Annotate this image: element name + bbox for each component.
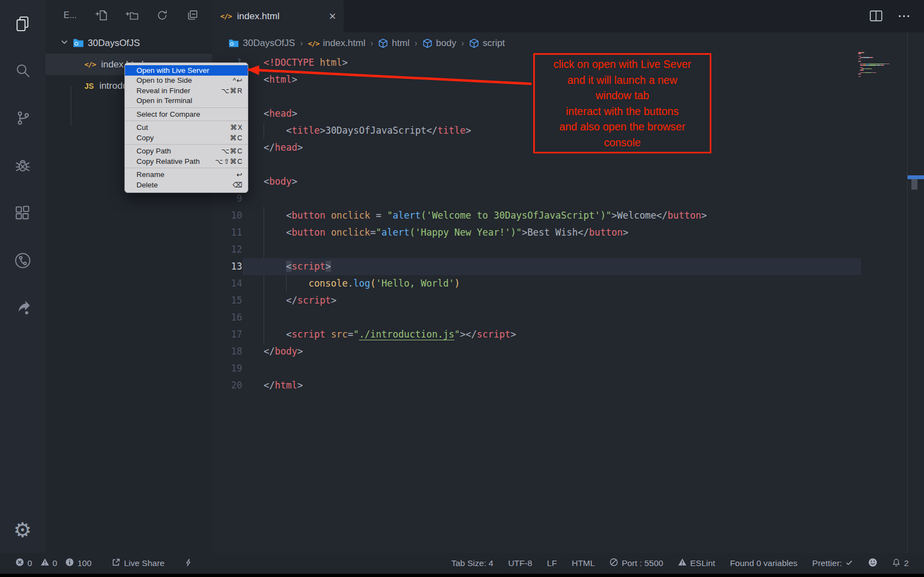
menu-item-label: Reveal in Finder <box>136 87 190 95</box>
breadcrumb-item-html[interactable]: html <box>378 38 409 49</box>
tab-index-html[interactable]: </> index.html × <box>212 0 344 32</box>
annotation-line: click on open with Live Sever <box>537 56 708 72</box>
run-debug-icon[interactable] <box>9 152 36 179</box>
status-item-0[interactable]: 0 <box>41 558 58 569</box>
code-line-19[interactable]: 19 <box>212 360 924 377</box>
status-item-port-5500[interactable]: Port : 5500 <box>609 558 663 569</box>
line-text: <button onclick="alert('Happy New Year!'… <box>264 224 628 241</box>
menu-separator <box>125 144 248 145</box>
code-line-14[interactable]: 14 console.log('Hello, World') <box>212 275 924 292</box>
breadcrumb-item-30daysofjs[interactable]: 30DaysOfJS <box>229 38 295 49</box>
code-line-15[interactable]: 15 </script> <box>212 292 924 309</box>
status-item-tab-size-4[interactable]: Tab Size: 4 <box>451 558 493 568</box>
status-item-label: Prettier: <box>812 558 842 568</box>
menu-item-copy-relative-path[interactable]: Copy Relative Path⌥⇧⌘C <box>125 156 248 167</box>
code-line-12[interactable]: 12 <box>212 241 924 258</box>
status-item-found-0-variables[interactable]: Found 0 variables <box>730 558 797 568</box>
breadcrumb-item-body[interactable]: body <box>423 38 457 49</box>
menu-item-shortcut: ⌘X <box>230 123 243 132</box>
menu-item-delete[interactable]: Delete⌫ <box>125 180 248 190</box>
code-line-18[interactable]: 18</body> <box>212 343 924 360</box>
source-control-icon[interactable] <box>9 105 36 131</box>
code-line-8[interactable]: 8<body> <box>212 173 924 190</box>
editor-actions <box>869 0 911 32</box>
scrollbar-thumb[interactable] <box>911 179 917 190</box>
menu-item-rename[interactable]: Rename↩ <box>125 170 248 180</box>
status-item-utf-8[interactable]: UTF-8 <box>508 558 532 568</box>
code-line-17[interactable]: 17 <script src="./introduction.js"></scr… <box>212 326 924 343</box>
folder-icon <box>73 38 84 48</box>
explorer-actions <box>95 9 199 22</box>
line-number: 14 <box>212 275 242 292</box>
menu-item-cut[interactable]: Cut⌘X <box>125 123 248 133</box>
line-text: <script src="./introduction.js"></script… <box>264 326 516 343</box>
menu-item-label: Copy Path <box>136 147 171 155</box>
status-item-label: UTF-8 <box>508 558 532 568</box>
minimap[interactable] <box>858 52 906 82</box>
menu-item-copy[interactable]: Copy⌘C <box>125 133 248 143</box>
menu-item-open-to-the-side[interactable]: Open to the Side^↩ <box>125 76 248 86</box>
status-item-label: 100 <box>77 558 92 568</box>
code-line-7[interactable]: 7 <box>212 156 924 173</box>
status-item-label: Found 0 variables <box>730 558 797 568</box>
line-text: console.log('Hello, World') <box>264 275 460 292</box>
explorer-title: E... <box>64 10 77 20</box>
tree-indent-guide <box>71 86 71 125</box>
split-editor-icon[interactable] <box>869 9 883 23</box>
code-line-10[interactable]: 10 <button onclick = "alert('Welcome to … <box>212 207 924 224</box>
status-item-0[interactable]: 0 <box>15 558 32 569</box>
status-item-prettier[interactable]: Prettier: <box>812 558 853 569</box>
line-number: 17 <box>212 326 242 343</box>
collapse-all-icon[interactable] <box>186 9 199 22</box>
code-line-16[interactable]: 16 <box>212 309 924 326</box>
status-item-html[interactable]: HTML <box>572 558 595 568</box>
status-item-eslint[interactable]: ESLint <box>678 558 715 569</box>
port-icon <box>609 558 618 569</box>
status-item-label: 0 <box>27 558 32 568</box>
line-number: 18 <box>212 343 242 360</box>
git-graph-icon[interactable] <box>9 247 36 273</box>
status-item-2[interactable]: 2 <box>892 558 909 569</box>
code-line-9[interactable]: 9 <box>212 190 924 207</box>
menu-item-label: Open with Live Server <box>136 66 209 75</box>
breadcrumb-separator: › <box>300 38 303 48</box>
annotation-line: and also open the browser <box>537 119 708 135</box>
status-item-lf[interactable]: LF <box>547 558 557 568</box>
breadcrumb-item-index-html[interactable]: </>index.html <box>308 38 366 49</box>
line-number: 11 <box>212 224 242 241</box>
code-line-13[interactable]: 13 <script> <box>212 258 924 275</box>
line-text: </head> <box>264 139 303 156</box>
breadcrumb-separator: › <box>414 38 417 48</box>
bolt-icon <box>185 558 192 569</box>
share-icon <box>112 558 121 569</box>
line-text: <script> <box>264 258 331 275</box>
new-file-icon[interactable] <box>95 9 109 22</box>
code-line-11[interactable]: 11 <button onclick="alert('Happy New Yea… <box>212 224 924 241</box>
live-share-icon[interactable] <box>9 294 36 321</box>
close-icon[interactable]: × <box>329 10 336 22</box>
settings-gear-icon[interactable]: ⚙ <box>9 517 36 543</box>
explorer-icon[interactable] <box>9 10 36 37</box>
status-item-bolt[interactable] <box>185 558 192 569</box>
code-line-20[interactable]: 20</html> <box>212 377 924 394</box>
menu-item-copy-path[interactable]: Copy Path⌥⌘C <box>125 146 248 157</box>
breadcrumb-item-script[interactable]: script <box>469 38 505 49</box>
status-item-live-share[interactable]: Live Share <box>112 558 164 569</box>
line-number: 16 <box>212 309 242 326</box>
menu-item-select-for-compare[interactable]: Select for Compare <box>125 109 248 119</box>
status-item-100[interactable]: 100 <box>65 558 92 569</box>
tree-item-folder[interactable]: 30DaysOfJS <box>45 32 212 54</box>
annotation-line: and it will launch a new <box>537 72 708 88</box>
more-actions-icon[interactable] <box>897 9 911 23</box>
menu-item-open-with-live-server[interactable]: Open with Live Server <box>125 65 248 76</box>
refresh-icon[interactable] <box>156 9 169 22</box>
menu-item-label: Open to the Side <box>136 76 192 84</box>
extensions-icon[interactable] <box>9 200 36 226</box>
status-item-smiley[interactable] <box>868 558 877 569</box>
search-icon[interactable] <box>9 58 36 84</box>
new-folder-icon[interactable] <box>126 9 139 22</box>
breadcrumb-separator: › <box>461 38 464 48</box>
menu-item-open-in-terminal[interactable]: Open in Terminal <box>125 96 248 106</box>
line-text: <head> <box>264 105 297 122</box>
menu-item-reveal-in-finder[interactable]: Reveal in Finder⌥⌘R <box>125 85 248 96</box>
